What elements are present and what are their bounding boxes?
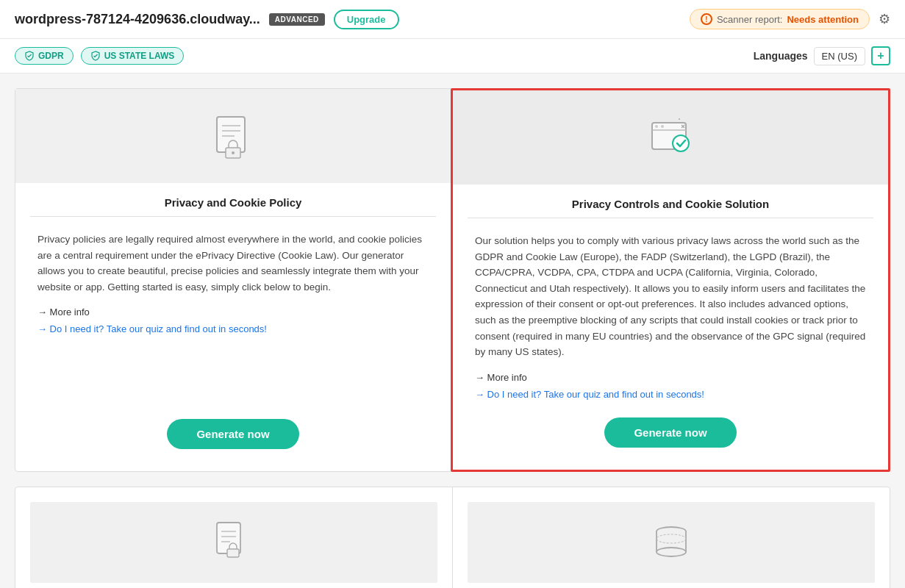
languages-label: Languages: [754, 50, 808, 62]
svg-point-23: [657, 548, 686, 556]
scanner-status: Needs attention: [787, 14, 859, 25]
main-content: Privacy and Cookie Policy Privacy polici…: [0, 74, 905, 588]
us-state-laws-label: US STATE LAWS: [104, 51, 175, 61]
card1-title: Privacy and Cookie Policy: [150, 183, 317, 216]
svg-point-13: [673, 135, 689, 151]
scanner-label: Scanner report:: [717, 14, 783, 25]
svg-point-5: [232, 151, 235, 154]
shield-gdpr-icon: [24, 51, 35, 61]
language-value: EN (US): [814, 47, 865, 65]
site-title: wordpress-787124-4209636.cloudway...: [15, 12, 260, 27]
bottom-cards-row: [15, 487, 890, 588]
us-state-laws-tag[interactable]: US STATE LAWS: [81, 47, 185, 65]
card2-generate-button[interactable]: Generate now: [604, 417, 736, 448]
card1-quiz-link[interactable]: → Do I need it? Take our quiz and find o…: [37, 323, 429, 334]
bottom-right-icon-area: [468, 502, 875, 583]
svg-point-9: [661, 125, 664, 128]
header: wordpress-787124-4209636.cloudway... ADV…: [0, 0, 905, 39]
card2-divider: [468, 218, 873, 218]
card2-description: Our solution helps you to comply with va…: [475, 233, 866, 360]
cards-row: Privacy and Cookie Policy Privacy polici…: [15, 88, 890, 472]
privacy-controls-cookie-solution-card: Privacy Controls and Cookie Solution Our…: [451, 88, 890, 472]
add-language-button[interactable]: +: [871, 46, 890, 65]
svg-rect-0: [217, 117, 245, 152]
upgrade-button[interactable]: Upgrade: [334, 10, 399, 29]
scanner-report: ! Scanner report: Needs attention: [690, 9, 870, 29]
bottom-right-card: [453, 487, 890, 588]
sub-header: GDPR US STATE LAWS Languages EN (US) +: [0, 39, 905, 74]
bottom-left-icon: [208, 517, 260, 568]
advanced-badge: ADVANCED: [269, 13, 325, 26]
language-section: Languages EN (US) +: [754, 46, 890, 65]
card2-icon-area: [453, 90, 888, 184]
card1-more-info-link[interactable]: → More info: [37, 306, 429, 318]
bottom-right-icon: [645, 517, 697, 568]
privacy-cookie-policy-card: Privacy and Cookie Policy Privacy polici…: [15, 89, 451, 471]
shield-us-icon: [90, 51, 101, 61]
bottom-left-icon-area: [30, 502, 437, 583]
browser-check-icon: [641, 111, 700, 170]
svg-rect-18: [227, 549, 239, 557]
gdpr-tag[interactable]: GDPR: [15, 47, 74, 65]
bottom-left-card: [15, 487, 453, 588]
svg-point-8: [655, 125, 658, 128]
svg-rect-10: [679, 118, 680, 120]
card2-quiz-link[interactable]: → Do I need it? Take our quiz and find o…: [475, 389, 866, 400]
document-lock-icon: [204, 110, 262, 168]
gdpr-label: GDPR: [38, 51, 64, 61]
card1-icon-area: [15, 89, 451, 183]
card1-description: Privacy policies are legally required al…: [37, 232, 429, 295]
card1-generate-button[interactable]: Generate now: [167, 419, 298, 449]
warning-icon: !: [701, 13, 712, 25]
card2-more-info-link[interactable]: → More info: [475, 372, 866, 383]
card2-body: Our solution helps you to comply with va…: [453, 233, 888, 417]
card2-title: Privacy Controls and Cookie Solution: [557, 184, 784, 218]
settings-button[interactable]: ⚙: [879, 11, 890, 27]
card1-divider: [30, 216, 436, 217]
card1-body: Privacy policies are legally required al…: [15, 232, 451, 419]
